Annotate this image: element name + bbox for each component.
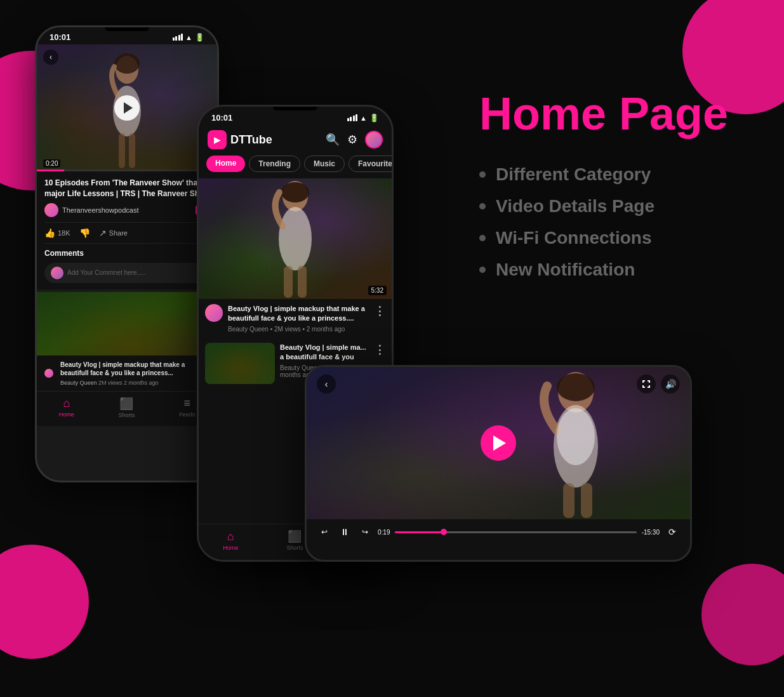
video-card-small: Beauty Vlog | simple mackup that make a … — [37, 355, 217, 391]
phone1-video-title: 10 Episodes From 'The Ranveer Show' that… — [44, 178, 209, 199]
nav-shorts-p2[interactable]: ⬛ Shorts — [286, 529, 303, 551]
play-button[interactable] — [114, 95, 140, 121]
phone1-time: 10:01 — [50, 32, 70, 42]
nav-home-p2[interactable]: ⌂ Home — [223, 530, 238, 551]
signal-bar-1 — [173, 37, 175, 41]
home-icon-p2: ⌂ — [227, 530, 234, 543]
shorts-icon-p2: ⬛ — [288, 529, 302, 543]
forward-button[interactable]: ↪ — [357, 524, 373, 540]
tab-music[interactable]: Music — [304, 156, 345, 172]
video-title-small: Beauty Vlog | simple mackup that make a … — [60, 361, 209, 377]
phone1-channel-row: Theranveershowpodcast S — [44, 203, 209, 217]
phone1-second-video-area: Beauty Vlog | simple mackup that make a … — [37, 292, 217, 391]
phone3-controls-bar: ↩ ⏸ ↪ 0:19 -15:30 ⟳ — [307, 519, 690, 548]
person-svg-p2 — [257, 178, 333, 299]
video-progress-bg — [37, 169, 217, 171]
video-thumb-p2-main[interactable]: 5:32 — [199, 178, 392, 299]
page-title: Home Page — [479, 89, 746, 139]
bullet-3 — [479, 235, 486, 241]
nav-feeds[interactable]: ≡ Feeds — [179, 397, 195, 418]
more-options-2[interactable]: ⋮ — [374, 343, 385, 357]
tab-trending[interactable]: Trending — [249, 156, 300, 172]
phone2-time: 10:01 — [211, 113, 232, 123]
phone3-video-player: ‹ 🔊 ↩ ⏸ ↪ 0:19 — [305, 365, 692, 562]
nav-home[interactable]: ⌂ Home — [59, 397, 74, 418]
current-time: 0:19 — [378, 529, 390, 536]
nav-shorts[interactable]: ⬛ Shorts — [118, 397, 135, 418]
phone3-top-controls: ‹ 🔊 — [307, 375, 690, 394]
svg-rect-3 — [119, 133, 125, 168]
progress-fill — [395, 531, 443, 533]
feeds-nav-label: Feeds — [179, 411, 195, 418]
phone2-notch — [273, 107, 317, 110]
thumbs-up-icon: 👍 — [44, 228, 55, 238]
svg-point-6 — [281, 182, 309, 202]
comment-input-row[interactable]: Add Your Commnet here..... — [44, 263, 209, 283]
speed-button[interactable]: ⟳ — [665, 524, 680, 540]
signal-bars-p2 — [347, 114, 358, 121]
video-progress-fill — [37, 169, 64, 171]
video-details-p2: Beauty Vlog | simple mackup that make a … — [228, 304, 369, 333]
app-name: DTTube — [230, 133, 272, 147]
video-meta-p2: Beauty Queen • 2M views • 2 months ago — [228, 326, 369, 333]
feature-item-1: Different Category — [479, 164, 746, 185]
play-button-p3[interactable] — [481, 425, 516, 461]
comments-title: Comments — [44, 249, 209, 258]
share-label: Share — [109, 229, 128, 237]
total-time: -15:30 — [642, 529, 660, 536]
home-icon: ⌂ — [63, 397, 70, 410]
home-label-p2: Home — [223, 545, 238, 551]
channel-avatar-p2 — [205, 304, 223, 322]
video-thumb-sm-bg — [205, 343, 275, 384]
video-title-p2: Beauty Vlog | simple mackup that make a … — [228, 304, 369, 324]
rewind-button[interactable]: ↩ — [317, 524, 332, 540]
video-channel-small: Beauty Queen — [60, 380, 97, 386]
video-card-1-p2: 5:32 Beauty Vlog | simple mackup that ma… — [199, 178, 392, 338]
svg-rect-14 — [581, 483, 592, 518]
back-button[interactable]: ‹ — [43, 50, 58, 65]
video-views-p2: 2M views — [274, 326, 301, 333]
fullscreen-button[interactable] — [637, 375, 656, 394]
like-action[interactable]: 👍 18K — [44, 228, 70, 238]
svg-point-2 — [114, 53, 140, 74]
battery-icon: 🔋 — [195, 33, 204, 42]
video-thumb-sm-p2 — [205, 343, 275, 384]
progress-bar-row: ↩ ⏸ ↪ 0:19 -15:30 ⟳ — [317, 524, 680, 540]
video-timestamp: 0:20 — [43, 159, 60, 168]
tab-home[interactable]: Home — [206, 156, 245, 172]
blob-bottom-left — [0, 545, 89, 659]
channel-avatar — [44, 203, 58, 217]
phone1-notch — [105, 27, 149, 31]
video-thumb-2-bg — [37, 292, 217, 355]
pause-button[interactable]: ⏸ — [337, 524, 352, 540]
thumbs-down-icon: 👎 — [79, 228, 90, 238]
sound-button[interactable]: 🔊 — [661, 375, 680, 394]
bullet-4 — [479, 267, 486, 273]
video-duration-p2: 5:32 — [368, 286, 387, 295]
tab-favourite[interactable]: Favourite — [349, 156, 392, 172]
commenter-avatar — [51, 267, 63, 279]
back-button-p3[interactable]: ‹ — [317, 375, 336, 394]
signal-bar-2 — [175, 36, 177, 41]
feature-text-4: New Notification — [496, 260, 635, 280]
progress-track[interactable] — [395, 531, 636, 533]
svg-rect-8 — [284, 266, 293, 298]
app-logo — [208, 130, 227, 149]
dislike-action[interactable]: 👎 — [79, 228, 90, 238]
feeds-icon: ≡ — [183, 397, 190, 410]
search-icon-header[interactable]: 🔍 — [326, 133, 340, 147]
feature-item-3: Wi-Fi Connections — [479, 228, 746, 248]
phone2-header: DTTube 🔍 ⚙ — [199, 126, 392, 156]
signal-bar-4 — [181, 34, 183, 41]
video-avatar-small-2 — [44, 369, 53, 378]
share-action[interactable]: ↗ Share — [99, 228, 128, 238]
more-options-button[interactable]: ⋮ — [374, 304, 385, 318]
settings-icon-header[interactable]: ⚙ — [347, 133, 357, 147]
video-meta-small: Beauty Queen 2M views 2 months ago — [60, 380, 209, 386]
signal-bars — [173, 34, 183, 41]
bullet-2 — [479, 203, 486, 209]
user-avatar-header[interactable] — [365, 131, 383, 149]
bullet-1 — [479, 171, 486, 178]
wifi-icon-p2: ▲ — [360, 114, 367, 122]
progress-thumb — [441, 529, 447, 535]
